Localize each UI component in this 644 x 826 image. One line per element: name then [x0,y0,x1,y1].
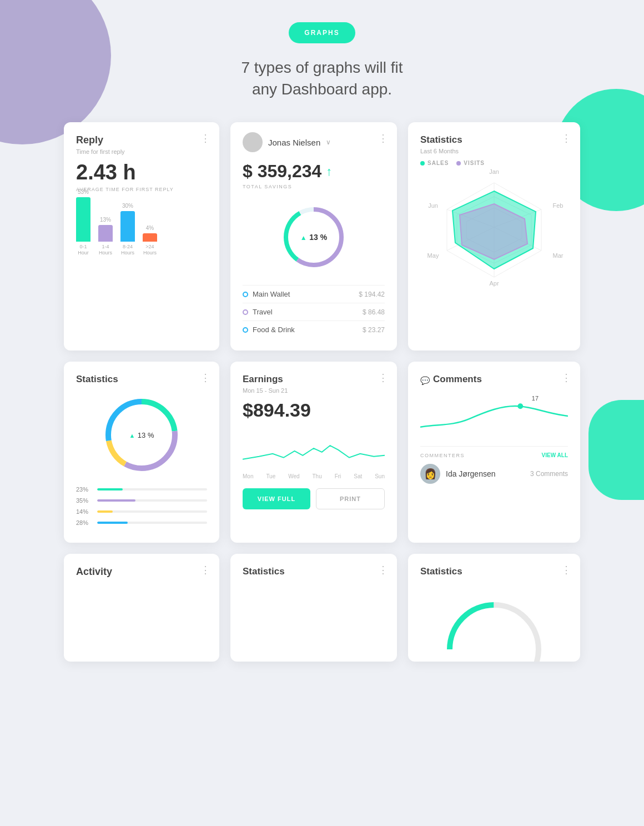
progress-label-4: 28% [76,519,92,526]
commenters-label: COMMENTERS [420,453,465,458]
earnings-title: Earnings [243,374,385,385]
day-labels: Mon Tue Wed Thu Fri Sat Sun [243,473,385,479]
bar-label-2: 1-4Hours [99,244,112,256]
legend-dot-sales [420,161,425,166]
bar-2 [98,225,113,242]
bar-pct-4: 4% [146,225,154,231]
more-menu-icon-radar[interactable]: ⋮ [561,132,571,144]
avatar [243,132,263,152]
more-menu-icon[interactable]: ⋮ [200,132,210,144]
bar-group-4: 4% >24Hours [143,225,157,256]
stats-donut-wrap: ▲ 13 % [76,391,207,479]
progress-row-3: 14% [76,508,207,515]
svg-text:Apr: Apr [489,280,499,287]
more-menu-icon-earnings[interactable]: ⋮ [378,372,388,384]
stats-donut-center: ▲ 13 % [129,430,154,440]
comments-title: Comments [433,374,482,385]
progress-bar-bg-4 [97,522,207,524]
donut-center: ▲ 13 % [300,232,327,242]
more-menu-icon-activity[interactable]: ⋮ [200,564,210,576]
legend-visits: VISITS [456,160,485,166]
header: GRAPHS 7 types of graphs will fit any Da… [33,22,611,100]
svg-point-27 [450,605,539,662]
commenter-row: 👩 Ida Jørgensen 3 Comments [420,464,568,484]
bar-chart: 53% 0-1Hour 13% 1-4Hours 30% 8-24Hours 4… [76,200,207,256]
comments-divider [420,446,568,447]
card-savings: ⋮ Jonas Nielsen ∨ $ 359,234 ↑ TOTAL SAVI… [230,122,397,351]
progress-label-1: 23% [76,486,92,493]
wallet-item-2: Travel $ 86.48 [243,303,385,321]
bar-pct-2: 13% [100,217,111,223]
radar-title: Statistics [420,134,568,146]
progress-label-2: 35% [76,497,92,504]
commenter-avatar: 👩 [420,464,440,484]
stats-donut: ▲ 13 % [97,391,186,479]
chevron-down-icon[interactable]: ∨ [326,138,331,146]
card-statistics-donut: ⋮ Statistics ▲ 13 % [64,362,219,543]
commenter-count: 3 Comments [530,470,568,478]
radar-legend: SALES VISITS [420,160,568,166]
bar-3 [120,211,135,242]
bar-1 [76,197,90,242]
earnings-period: Mon 15 - Sun 21 [243,387,385,394]
comment-icon: 💬 [420,376,430,385]
savings-amount: $ 359,234 ↑ [243,161,385,182]
more-menu-icon-comments[interactable]: ⋮ [561,372,571,384]
progress-bar-fill-3 [97,510,113,513]
print-button[interactable]: PRINT [316,488,385,509]
sparkline-wrap [243,429,385,468]
card-reply: ⋮ Reply Time for first reply 2.43 h AVER… [64,122,219,351]
legend-dot-visits [456,161,461,166]
cards-row-1: ⋮ Reply Time for first reply 2.43 h AVER… [33,122,611,351]
more-menu-icon-donut[interactable]: ⋮ [200,372,210,384]
progress-label-3: 14% [76,508,92,515]
bar-pct-3: 30% [122,203,133,209]
progress-row-2: 35% [76,497,207,504]
view-full-button[interactable]: VIEW FULL [243,488,310,509]
progress-row-1: 23% [76,486,207,493]
bar-group-2: 13% 1-4Hours [98,217,113,256]
bar-label-3: 8-24Hours [121,244,134,256]
stats-donut-title: Statistics [76,374,207,385]
savings-label: TOTAL SAVINGS [243,184,385,189]
comments-chart: 17 [420,394,568,438]
card-stats-bottom-right: ⋮ Statistics [408,554,580,662]
partial-donut-wrap [420,583,568,649]
progress-bar-fill-4 [97,522,128,524]
savings-donut: ▲ 13 % [275,198,353,276]
wallet-dot-3 [243,327,248,333]
progress-bar-bg-2 [97,499,207,502]
more-menu-icon-stats-bc[interactable]: ⋮ [378,564,388,576]
card-comments: ⋮ 💬 Comments 17 COMMENTERS VIEW [408,362,580,543]
more-menu-icon-savings[interactable]: ⋮ [378,132,388,144]
reply-big-number: 2.43 h [76,161,207,184]
earnings-amount: $894.39 [243,399,385,421]
bar-label-4: >24Hours [143,244,157,256]
svg-text:May: May [427,252,439,259]
cards-row-2: ⋮ Statistics ▲ 13 % [33,362,611,543]
btn-row: VIEW FULL PRINT [243,488,385,509]
svg-point-25 [517,404,523,409]
bar-group-1: 53% 0-1Hour [76,189,90,256]
graphs-badge: GRAPHS [289,22,355,43]
commenters-header: COMMENTERS VIEW ALL [420,452,568,458]
bar-4 [143,233,157,242]
reply-label: AVERAGE TIME FOR FIRST REPLY [76,187,207,192]
svg-text:Jan: Jan [489,168,499,175]
stats-bc-title: Statistics [243,566,385,577]
radar-period: Last 6 Months [420,148,568,154]
progress-bars: 23% 35% 14% [76,486,207,526]
view-all-link[interactable]: VIEW ALL [542,452,568,458]
progress-row-4: 28% [76,519,207,526]
wallet-item-3: Food & Drink $ 23.27 [243,321,385,338]
more-menu-icon-stats-br[interactable]: ⋮ [561,564,571,576]
radar-chart-wrap: Jan Feb Mar Apr May Jun [420,172,568,283]
card-earnings: ⋮ Earnings Mon 15 - Sun 21 $894.39 Mon T… [230,362,397,543]
user-name: Jonas Nielsen [268,138,320,147]
legend-sales: SALES [420,160,449,166]
progress-bar-bg-3 [97,510,207,513]
card-statistics-radar: ⋮ Statistics Last 6 Months SALES VISITS … [408,122,580,351]
bar-label-1: 0-1Hour [78,244,89,256]
svg-text:Mar: Mar [553,252,564,259]
cards-row-3: ⋮ Activity ⋮ Statistics ⋮ Statistics [33,554,611,662]
